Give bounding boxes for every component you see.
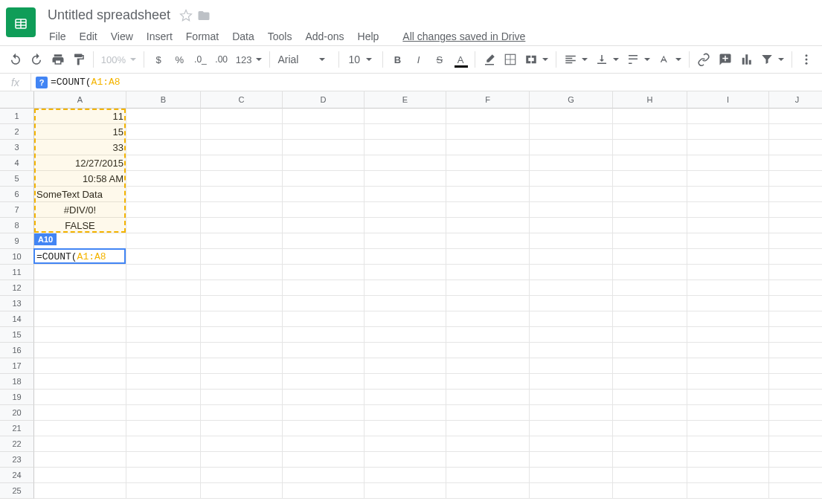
cell-I22[interactable] xyxy=(687,436,769,452)
cell-G25[interactable] xyxy=(530,483,613,499)
row-header-19[interactable]: 19 xyxy=(0,390,34,405)
cell-D11[interactable] xyxy=(283,265,365,280)
cell-I10[interactable] xyxy=(687,249,769,265)
cell-E6[interactable] xyxy=(365,187,446,202)
cell-G21[interactable] xyxy=(530,421,613,436)
cell-G17[interactable] xyxy=(530,358,613,374)
cell-B16[interactable] xyxy=(126,343,201,358)
cell-A8[interactable]: FALSE xyxy=(34,218,126,233)
cell-H16[interactable] xyxy=(613,343,687,358)
cell-J22[interactable] xyxy=(769,436,822,452)
cell-E12[interactable] xyxy=(365,280,446,296)
cell-C21[interactable] xyxy=(201,421,283,436)
row-header-15[interactable]: 15 xyxy=(0,327,34,343)
cell-C9[interactable] xyxy=(201,233,283,249)
row-header-24[interactable]: 24 xyxy=(0,468,34,483)
cell-D13[interactable] xyxy=(283,296,365,311)
cell-E17[interactable] xyxy=(365,358,446,374)
cell-J11[interactable] xyxy=(769,265,822,280)
cell-A25[interactable] xyxy=(34,483,126,499)
cell-J5[interactable] xyxy=(769,171,822,187)
formula-help-icon[interactable]: ? xyxy=(36,77,48,88)
cell-F6[interactable] xyxy=(446,187,530,202)
cell-B6[interactable] xyxy=(126,187,201,202)
cell-B4[interactable] xyxy=(126,155,201,171)
cell-E13[interactable] xyxy=(365,296,446,311)
cell-E20[interactable] xyxy=(365,405,446,421)
cell-J8[interactable] xyxy=(769,218,822,233)
row-header-23[interactable]: 23 xyxy=(0,452,34,468)
cell-B21[interactable] xyxy=(126,421,201,436)
cell-G5[interactable] xyxy=(530,171,613,187)
cell-D3[interactable] xyxy=(283,140,365,155)
cell-B22[interactable] xyxy=(126,436,201,452)
cell-A12[interactable] xyxy=(34,280,126,296)
cell-C1[interactable] xyxy=(201,109,283,124)
cell-F23[interactable] xyxy=(446,452,530,468)
cell-F16[interactable] xyxy=(446,343,530,358)
cell-D16[interactable] xyxy=(283,343,365,358)
cell-F10[interactable] xyxy=(446,249,530,265)
row-header-25[interactable]: 25 xyxy=(0,483,34,499)
cell-J13[interactable] xyxy=(769,296,822,311)
cell-E16[interactable] xyxy=(365,343,446,358)
cell-G20[interactable] xyxy=(530,405,613,421)
cell-J3[interactable] xyxy=(769,140,822,155)
row-header-7[interactable]: 7 xyxy=(0,202,34,218)
cell-G9[interactable] xyxy=(530,233,613,249)
cell-G6[interactable] xyxy=(530,187,613,202)
cell-H6[interactable] xyxy=(613,187,687,202)
cell-F22[interactable] xyxy=(446,436,530,452)
cell-B2[interactable] xyxy=(126,124,201,140)
cell-E11[interactable] xyxy=(365,265,446,280)
menu-view[interactable]: View xyxy=(105,28,139,45)
cell-C22[interactable] xyxy=(201,436,283,452)
cell-A22[interactable] xyxy=(34,436,126,452)
cell-D25[interactable] xyxy=(283,483,365,499)
cell-F18[interactable] xyxy=(446,374,530,390)
cell-B1[interactable] xyxy=(126,109,201,124)
bold-button[interactable]: B xyxy=(388,49,407,70)
cell-B13[interactable] xyxy=(126,296,201,311)
cell-E10[interactable] xyxy=(365,249,446,265)
cell-A2[interactable]: 15 xyxy=(34,124,126,140)
cell-D10[interactable] xyxy=(283,249,365,265)
borders-button[interactable] xyxy=(501,49,520,70)
cell-D7[interactable] xyxy=(283,202,365,218)
cell-H18[interactable] xyxy=(613,374,687,390)
cell-B10[interactable] xyxy=(126,249,201,265)
cell-B8[interactable] xyxy=(126,218,201,233)
row-header-21[interactable]: 21 xyxy=(0,421,34,436)
cell-D14[interactable] xyxy=(283,311,365,327)
cell-A3[interactable]: 33 xyxy=(34,140,126,155)
cell-I12[interactable] xyxy=(687,280,769,296)
cell-D20[interactable] xyxy=(283,405,365,421)
cell-G14[interactable] xyxy=(530,311,613,327)
cell-F2[interactable] xyxy=(446,124,530,140)
row-header-3[interactable]: 3 xyxy=(0,140,34,155)
cell-E7[interactable] xyxy=(365,202,446,218)
cell-D8[interactable] xyxy=(283,218,365,233)
cell-F24[interactable] xyxy=(446,468,530,483)
cell-G13[interactable] xyxy=(530,296,613,311)
cell-B7[interactable] xyxy=(126,202,201,218)
cell-A19[interactable] xyxy=(34,390,126,405)
cell-H13[interactable] xyxy=(613,296,687,311)
cell-J21[interactable] xyxy=(769,421,822,436)
menu-edit[interactable]: Edit xyxy=(74,28,103,45)
cell-I18[interactable] xyxy=(687,374,769,390)
cell-F5[interactable] xyxy=(446,171,530,187)
row-header-10[interactable]: 10 xyxy=(0,249,34,265)
cell-I15[interactable] xyxy=(687,327,769,343)
saved-status[interactable]: All changes saved in Drive xyxy=(402,30,525,42)
cell-I1[interactable] xyxy=(687,109,769,124)
text-rotation-button[interactable] xyxy=(655,49,684,70)
cell-H10[interactable] xyxy=(613,249,687,265)
row-header-12[interactable]: 12 xyxy=(0,280,34,296)
cell-C23[interactable] xyxy=(201,452,283,468)
cell-E23[interactable] xyxy=(365,452,446,468)
cell-I11[interactable] xyxy=(687,265,769,280)
cell-A16[interactable] xyxy=(34,343,126,358)
cell-A21[interactable] xyxy=(34,421,126,436)
cell-C20[interactable] xyxy=(201,405,283,421)
